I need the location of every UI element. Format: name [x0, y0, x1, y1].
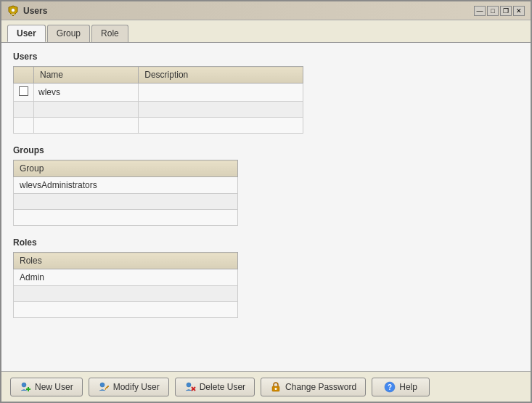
role-name-cell: Admin	[14, 269, 238, 286]
delete-user-button[interactable]: Delete User	[175, 378, 255, 396]
svg-line-6	[105, 388, 106, 390]
list-item: wlevsAdministrators	[14, 177, 238, 194]
col-header-description: Description	[139, 67, 303, 84]
main-window: Users — □ ❐ ✕ User Group Role Users	[0, 0, 532, 403]
row-checkbox-cell	[14, 84, 34, 102]
new-user-button[interactable]: New User	[10, 378, 83, 396]
help-button[interactable]: ? Help	[372, 378, 430, 396]
minimize-button[interactable]: —	[474, 6, 486, 16]
close-button[interactable]: ✕	[513, 6, 525, 16]
content-area: User Group Role Users Name Description	[1, 20, 531, 402]
window-title: Users	[23, 6, 47, 16]
help-label: Help	[399, 382, 417, 392]
svg-point-1	[12, 8, 15, 12]
modify-user-label: Modify User	[113, 382, 160, 392]
table-row	[14, 118, 303, 134]
svg-point-11	[275, 388, 277, 390]
col-header-roles: Roles	[14, 253, 238, 269]
add-user-icon	[20, 381, 31, 393]
title-bar-left: Users	[7, 5, 47, 17]
col-header-name: Name	[34, 67, 139, 84]
group-name-cell	[14, 194, 238, 210]
tab-content: Users Name Description	[1, 43, 531, 371]
svg-point-5	[100, 383, 105, 387]
users-section-title: Users	[13, 52, 519, 62]
user-desc-cell	[139, 84, 303, 102]
bottom-toolbar: New User Modify User	[1, 371, 531, 402]
group-name-cell	[14, 210, 238, 226]
restore-button[interactable]: ❐	[500, 6, 512, 16]
list-item	[14, 286, 238, 302]
row-checkbox-cell	[14, 102, 34, 118]
title-bar: Users — □ ❐ ✕	[1, 1, 531, 20]
maximize-button[interactable]: □	[487, 6, 499, 16]
password-icon	[270, 381, 282, 393]
change-password-label: Change Password	[285, 382, 356, 392]
row-checkbox-cell	[14, 118, 34, 134]
table-row	[14, 102, 303, 118]
user-name-cell	[34, 102, 139, 118]
roles-table: Roles Admin	[13, 252, 238, 318]
tab-user[interactable]: User	[7, 25, 46, 42]
user-desc-cell	[139, 102, 303, 118]
svg-point-2	[22, 383, 26, 387]
list-item	[14, 302, 238, 318]
window-controls: — □ ❐ ✕	[474, 6, 525, 16]
new-user-label: New User	[35, 382, 73, 392]
users-section: Users Name Description	[13, 52, 519, 134]
user-name-cell: wlevs	[34, 84, 139, 102]
groups-section-title: Groups	[13, 145, 519, 155]
tab-bar: User Group Role	[1, 20, 531, 43]
delete-user-icon	[184, 381, 196, 393]
col-header-group: Group	[14, 160, 238, 177]
tab-group[interactable]: Group	[47, 25, 90, 42]
svg-text:?: ?	[388, 383, 392, 391]
roles-section-title: Roles	[13, 237, 519, 248]
modify-user-button[interactable]: Modify User	[89, 378, 169, 396]
groups-section: Groups Group wlevsAdministrators	[13, 145, 519, 226]
help-icon: ?	[384, 381, 396, 393]
roles-section: Roles Roles Admin	[13, 237, 519, 318]
tab-role[interactable]: Role	[91, 25, 128, 42]
groups-table: Group wlevsAdministrators	[13, 160, 238, 226]
role-name-cell	[14, 302, 238, 318]
table-row: wlevs	[14, 84, 303, 102]
user-name-cell	[34, 118, 139, 134]
change-password-button[interactable]: Change Password	[261, 378, 366, 396]
list-item: Admin	[14, 269, 238, 286]
users-icon	[7, 5, 19, 17]
list-item	[14, 194, 238, 210]
row-checkbox[interactable]	[19, 86, 28, 96]
col-header-checkbox	[14, 67, 34, 84]
svg-point-7	[187, 383, 191, 387]
group-name-cell: wlevsAdministrators	[14, 177, 238, 194]
delete-user-label: Delete User	[200, 382, 245, 392]
role-name-cell	[14, 286, 238, 302]
users-table: Name Description wlevs	[13, 66, 303, 134]
user-desc-cell	[139, 118, 303, 134]
list-item	[14, 210, 238, 226]
edit-user-icon	[98, 381, 110, 393]
